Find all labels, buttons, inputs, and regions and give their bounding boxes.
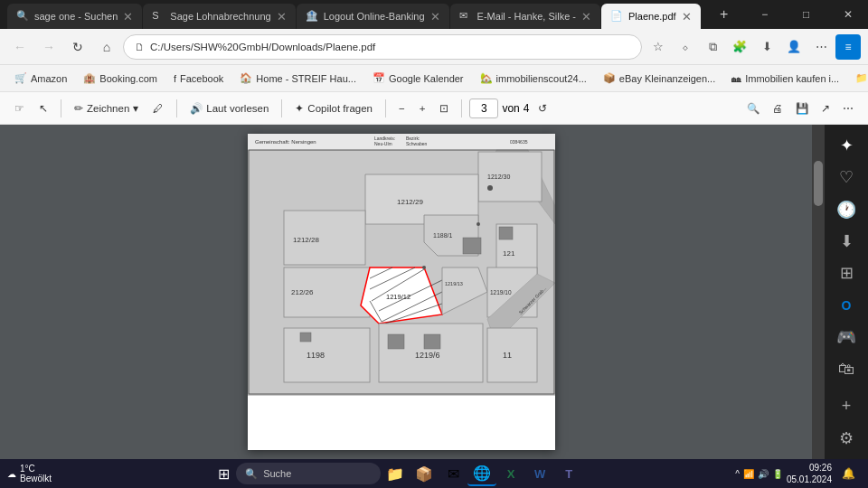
taskbar-app-dropbox[interactable]: 📦 [410, 461, 439, 486]
minimize-button[interactable]: − [744, 0, 786, 29]
zoom-out-button[interactable]: − [393, 97, 410, 120]
read-aloud-button[interactable]: 🔊 Laut vorlesen [184, 97, 274, 120]
bookmark-home---streif-hau...[interactable]: 🏠Home - STREIF Hau... [232, 69, 363, 89]
bookmarks-more-button[interactable]: 📁 Weitere Favoriten ▾ [848, 69, 868, 89]
address-bar[interactable]: 🗋 C:/Users/SHW%20GmbH/Downloads/Plaene.p… [123, 34, 642, 60]
tab-close-tab2[interactable]: ✕ [277, 10, 287, 23]
battery-icon[interactable]: 🔋 [772, 469, 783, 479]
pdf-page: Gemeinschaft: Nersingen Landkreis: Neu-U… [248, 134, 555, 450]
bookmark-booking.com[interactable]: 🏨Booking.com [76, 69, 165, 89]
downloads-sidebar-icon[interactable]: ⬇ [830, 226, 863, 256]
select-tool-button[interactable]: ↖ [33, 97, 53, 120]
svg-text:Neu-Ulm: Neu-Ulm [374, 141, 392, 146]
profile-icon[interactable]: 👤 [781, 34, 807, 60]
bookmark-amazon[interactable]: 🛒Amazon [7, 69, 74, 89]
notification-button[interactable]: 🔔 [835, 461, 861, 486]
scrollbar-thumb[interactable] [814, 161, 823, 206]
tray-arrow-icon[interactable]: ^ [735, 469, 740, 479]
taskbar-app-word[interactable]: W [525, 461, 554, 486]
outlook-sidebar-icon[interactable]: O [830, 290, 863, 320]
pdf-scrollbar[interactable] [812, 125, 825, 459]
bookmark-label: Home - STREIF Hau... [256, 73, 356, 84]
nav-icons-right: ☆ ⬦ ⧉ 🧩 ⬇ 👤 ⋯ ≡ [646, 34, 861, 60]
tab-tab5[interactable]: 📄Plaene.pdf✕ [601, 4, 701, 29]
downloads-icon[interactable]: ⬇ [754, 34, 779, 60]
pdf-save-button[interactable]: 💾 [790, 97, 814, 120]
forward-button[interactable]: → [36, 34, 61, 60]
maximize-button[interactable]: □ [786, 0, 827, 29]
pdf-search-button[interactable]: 🔍 [741, 97, 765, 120]
new-tab-button[interactable]: + [712, 2, 737, 27]
pdf-print-button[interactable]: 🖨 [767, 97, 788, 120]
highlight-button[interactable]: 🖊 [147, 97, 169, 120]
tab-close-tab3[interactable]: ✕ [430, 10, 440, 23]
tab-close-tab1[interactable]: ✕ [123, 10, 133, 23]
draw-button[interactable]: ✏ Zeichnen ▾ [69, 97, 144, 120]
bookmarks-bar: 🛒Amazon🏨Booking.comfFacebook🏠Home - STRE… [0, 65, 868, 92]
taskbar-app-edge[interactable]: 🌐 [467, 461, 496, 486]
bookmark-immobilienscout24...[interactable]: 🏡immobilienscout24... [473, 69, 594, 89]
page-number-input[interactable] [469, 99, 498, 118]
bookmark-favicon: 🏡 [480, 72, 493, 84]
pan-tool-button[interactable]: ☞ [9, 97, 30, 120]
rotate-button[interactable]: ↺ [533, 97, 552, 120]
svg-point-11 [487, 185, 493, 191]
collections-icon[interactable]: ⬦ [673, 34, 698, 60]
taskbar-app-excel[interactable]: X [496, 461, 525, 486]
pdf-more-button[interactable]: ⋯ [837, 97, 859, 120]
tab-favicon-tab1: 🔍 [16, 10, 29, 23]
sidebar-settings-icon[interactable]: ⚙ [830, 424, 863, 454]
taskbar-app-mail[interactable]: ✉ [439, 461, 467, 486]
shopping-sidebar-icon[interactable]: 🛍 [830, 354, 863, 384]
time-date-display[interactable]: 09:26 05.01.2024 [787, 462, 832, 485]
tab-close-tab5[interactable]: ✕ [682, 10, 692, 23]
taskbar-app-explorer[interactable]: 📁 [381, 461, 410, 486]
svg-rect-45 [424, 334, 440, 349]
refresh-button[interactable]: ↻ [65, 34, 90, 60]
home-button[interactable]: ⌂ [94, 34, 119, 60]
settings-icon[interactable]: ⋯ [808, 34, 834, 60]
page-total: 4 [524, 102, 530, 115]
tab-preview-icon[interactable]: ⧉ [700, 34, 725, 60]
apps-sidebar-icon[interactable]: ⊞ [830, 258, 863, 288]
edge-sidebar-toggle[interactable]: ≡ [835, 34, 861, 60]
weather-widget[interactable]: ☁ 1°C Bewölkt [7, 464, 52, 483]
tab-tab4[interactable]: ✉E-Mail - Hanke, Silke -✕ [450, 4, 600, 29]
svg-text:0384635: 0384635 [510, 139, 528, 145]
close-button[interactable]: ✕ [827, 0, 868, 29]
start-button[interactable]: ⊞ [211, 461, 236, 486]
tab-tab3[interactable]: 🏦Logout Online-Banking✕ [297, 4, 449, 29]
favorites-icon[interactable]: ☆ [646, 34, 671, 60]
svg-point-48 [476, 222, 480, 226]
taskbar-left: ☁ 1°C Bewölkt [7, 464, 59, 483]
bookmark-facebook[interactable]: fFacebook [166, 69, 231, 89]
pdf-share-button[interactable]: ↗ [816, 97, 835, 120]
fit-page-button[interactable]: ⊡ [434, 97, 454, 120]
bookmark-favicon: 🏠 [240, 72, 252, 84]
copilot-label: Copilot fragen [307, 103, 373, 114]
back-button[interactable]: ← [7, 34, 33, 60]
svg-rect-44 [388, 334, 404, 349]
copilot-button[interactable]: ✦ Copilot fragen [289, 97, 378, 120]
bookmark-label: Immobilien kaufen i... [745, 73, 839, 84]
network-icon[interactable]: 📶 [743, 469, 754, 479]
copilot-sidebar-icon[interactable]: ✦ [830, 130, 863, 160]
bookmark-ebay-kleinanzeigen...[interactable]: 📦eBay Kleinanzeigen... [596, 69, 722, 89]
tab-tab2[interactable]: SSage Lohnabrechnung✕ [143, 4, 295, 29]
bookmark-immobilien-kaufen-i...[interactable]: 🏘Immobilien kaufen i... [724, 69, 846, 89]
games-sidebar-icon[interactable]: 🎮 [830, 322, 863, 352]
zoom-in-button[interactable]: + [414, 97, 431, 120]
taskbar-search[interactable]: 🔍 Suche [236, 463, 381, 484]
taskbar-app-teams[interactable]: T [554, 461, 583, 486]
tab-close-tab4[interactable]: ✕ [581, 10, 591, 23]
sound-icon[interactable]: 🔊 [758, 469, 769, 479]
history-sidebar-icon[interactable]: 🕐 [830, 194, 863, 224]
tab-tab1[interactable]: 🔍sage one - Suchen✕ [7, 4, 142, 29]
edge-sidebar: ✦ ♡ 🕐 ⬇ ⊞ O 🎮 🛍 + ⚙ [825, 125, 868, 459]
extensions-icon[interactable]: 🧩 [727, 34, 752, 60]
bookmark-google-kalender[interactable]: 📅Google Kalender [365, 69, 471, 89]
draw-icon: ✏ [74, 102, 83, 115]
svg-text:1212/30: 1212/30 [487, 174, 510, 180]
favorites-sidebar-icon[interactable]: ♡ [830, 162, 863, 192]
add-sidebar-icon[interactable]: + [830, 391, 863, 421]
